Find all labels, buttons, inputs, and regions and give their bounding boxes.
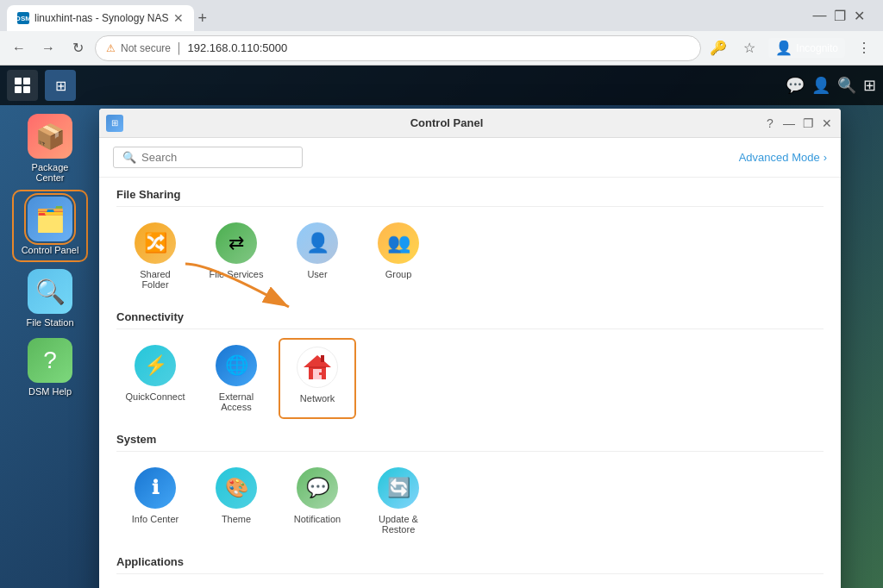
group-icon: 👥 bbox=[378, 222, 419, 264]
dsm-taskbar: ⊞ 💬 👤 🔍 ⊞ bbox=[0, 66, 883, 105]
dsm-help-icon: ? bbox=[28, 338, 72, 383]
section-title-system: System bbox=[116, 433, 824, 452]
tab-title: linuxhint-nas - Synology NAS bbox=[34, 12, 168, 24]
section-title-file-sharing: File Sharing bbox=[116, 188, 824, 207]
advanced-mode-arrow: › bbox=[824, 151, 827, 164]
cp-icon-update-restore[interactable]: 🔄 Update &Restore bbox=[360, 460, 437, 541]
cp-title: Control Panel bbox=[130, 116, 763, 129]
cp-icon-group[interactable]: 👥 Group bbox=[360, 216, 437, 297]
cp-help-btn[interactable]: ? bbox=[763, 116, 777, 130]
update-restore-icon: 🔄 bbox=[378, 467, 419, 509]
external-access-icon: 🌐 bbox=[216, 345, 257, 386]
applications-icons: 🔍 IndexingService bbox=[116, 583, 824, 588]
desktop-icon-dsm-help[interactable]: ? DSM Help bbox=[16, 338, 85, 397]
apps-icon[interactable]: ⊞ bbox=[863, 76, 876, 95]
controlpanel-taskbar-icon: ⊞ bbox=[55, 78, 66, 94]
address-text: 192.168.0.110:5000 bbox=[188, 41, 691, 54]
cp-window-controls: ? — ❐ ✕ bbox=[763, 116, 834, 130]
advanced-mode-btn[interactable]: Advanced Mode › bbox=[739, 151, 827, 164]
browser-tab-active[interactable]: DSM linuxhint-nas - Synology NAS ✕ bbox=[7, 5, 194, 31]
user-icon: 👤 bbox=[297, 222, 338, 264]
notification-label: Notification bbox=[294, 514, 341, 524]
key-icon-btn[interactable]: 🔑 bbox=[706, 36, 730, 60]
file-station-icon: 🔍 bbox=[28, 269, 72, 314]
restore-button[interactable]: ❐ bbox=[833, 9, 846, 22]
search-icon: 🔍 bbox=[122, 151, 136, 164]
system-icons: ℹ Info Center 🎨 Theme bbox=[116, 460, 824, 541]
advanced-mode-label: Advanced Mode bbox=[739, 151, 820, 164]
bookmark-icon-btn[interactable]: ☆ bbox=[737, 36, 761, 60]
browser-toolbar: ← → ↻ ⚠ Not secure │ 192.168.0.110:5000 … bbox=[0, 31, 883, 66]
forward-button[interactable]: → bbox=[36, 36, 60, 60]
cp-icon-user[interactable]: 👤 User bbox=[279, 216, 356, 297]
search-input[interactable] bbox=[141, 151, 279, 164]
file-station-label: File Station bbox=[26, 317, 73, 328]
svg-rect-4 bbox=[321, 355, 324, 362]
dsm-help-label: DSM Help bbox=[28, 386, 72, 397]
cp-icon-theme[interactable]: 🎨 Theme bbox=[197, 460, 275, 541]
control-panel-window: ⊞ Control Panel ? — ❐ ✕ 🔍 Advanced Mode bbox=[99, 109, 841, 588]
tab-close-btn[interactable]: ✕ bbox=[173, 11, 184, 25]
cp-icon-network[interactable]: Network bbox=[279, 338, 356, 419]
browser-window: DSM linuxhint-nas - Synology NAS ✕ + — ❐… bbox=[0, 0, 883, 588]
section-system: System ℹ Info Center 🎨 bbox=[116, 433, 824, 541]
svg-rect-2 bbox=[319, 372, 323, 375]
theme-icon: 🎨 bbox=[216, 467, 257, 509]
search-icon[interactable]: 🔍 bbox=[837, 76, 856, 95]
cp-search-box[interactable]: 🔍 bbox=[113, 147, 303, 168]
cp-icon-indexing-service[interactable]: 🔍 IndexingService bbox=[116, 583, 194, 588]
file-sharing-icons: 🔀 SharedFolder ⇄ File Services bbox=[116, 216, 824, 297]
minimize-button[interactable]: — bbox=[813, 9, 826, 22]
window-controls: — ❐ ✕ bbox=[803, 3, 876, 28]
cp-maximize-btn[interactable]: ❐ bbox=[801, 116, 815, 130]
reload-button[interactable]: ↻ bbox=[66, 36, 90, 60]
back-button[interactable]: ← bbox=[7, 36, 31, 60]
new-tab-btn[interactable]: + bbox=[197, 5, 207, 31]
network-house-svg bbox=[302, 352, 333, 383]
security-warning-icon: ⚠ bbox=[106, 42, 116, 54]
shared-folder-label: SharedFolder bbox=[140, 269, 170, 290]
shared-folder-icon: 🔀 bbox=[135, 222, 176, 264]
external-access-label: External Access bbox=[204, 391, 268, 412]
cp-minimize-btn[interactable]: — bbox=[782, 116, 796, 130]
menu-icon-btn[interactable]: ⋮ bbox=[852, 36, 876, 60]
close-button[interactable]: ✕ bbox=[853, 9, 866, 22]
grid-icon bbox=[15, 78, 30, 93]
cp-icon-notification[interactable]: 💬 Notification bbox=[279, 460, 356, 541]
dsm-taskbar-controlpanel[interactable]: ⊞ bbox=[45, 70, 76, 101]
browser-toolbar-right: 🔑 ☆ 👤 Incognito ⋮ bbox=[706, 36, 876, 60]
cp-icon-info-center[interactable]: ℹ Info Center bbox=[116, 460, 194, 541]
package-center-icon: 📦 bbox=[28, 114, 72, 159]
quickconnect-icon: ⚡ bbox=[135, 345, 176, 386]
file-services-label: File Services bbox=[210, 269, 264, 279]
dsm-desktop: ⊞ 💬 👤 🔍 ⊞ 📦 PackageCenter 🗂️ bbox=[0, 66, 883, 588]
control-panel-icon: 🗂️ bbox=[28, 197, 72, 241]
user-icon[interactable]: 👤 bbox=[811, 76, 830, 95]
cp-titlebar: ⊞ Control Panel ? — ❐ ✕ bbox=[99, 109, 841, 138]
notification-icon: 💬 bbox=[297, 467, 338, 509]
desktop-icons: 📦 PackageCenter 🗂️ Control Panel 🔍 File … bbox=[16, 114, 85, 397]
section-title-connectivity: Connectivity bbox=[116, 310, 824, 329]
incognito-avatar-icon: 👤 bbox=[775, 40, 792, 56]
cp-close-btn[interactable]: ✕ bbox=[820, 116, 834, 130]
desktop-icon-file-station[interactable]: 🔍 File Station bbox=[16, 269, 85, 328]
address-bar[interactable]: ⚠ Not secure │ 192.168.0.110:5000 bbox=[95, 35, 701, 61]
chat-icon[interactable]: 💬 bbox=[786, 76, 805, 95]
section-connectivity: Connectivity ⚡ QuickConnect 🌐 bbox=[116, 310, 824, 419]
cp-search-bar: 🔍 Advanced Mode › bbox=[99, 138, 841, 178]
desktop-icon-control-panel[interactable]: 🗂️ Control Panel bbox=[16, 193, 85, 259]
cp-icon-shared-folder[interactable]: 🔀 SharedFolder bbox=[116, 216, 194, 297]
security-warning-text: Not secure bbox=[121, 42, 171, 54]
info-center-icon: ℹ bbox=[135, 467, 176, 509]
package-center-label: PackageCenter bbox=[32, 162, 69, 183]
network-icon bbox=[297, 347, 338, 388]
cp-icon-quickconnect[interactable]: ⚡ QuickConnect bbox=[116, 338, 194, 419]
connectivity-icons: ⚡ QuickConnect 🌐 External Access bbox=[116, 338, 824, 419]
cp-icon-external-access[interactable]: 🌐 External Access bbox=[197, 338, 275, 419]
cp-icon-file-services[interactable]: ⇄ File Services bbox=[197, 216, 275, 297]
dsm-main-menu-button[interactable] bbox=[7, 70, 38, 101]
cp-content: File Sharing 🔀 SharedFolder ⇄ bbox=[99, 178, 841, 588]
theme-label: Theme bbox=[222, 514, 251, 524]
desktop-icon-package-center[interactable]: 📦 PackageCenter bbox=[16, 114, 85, 183]
group-label: Group bbox=[385, 269, 412, 279]
